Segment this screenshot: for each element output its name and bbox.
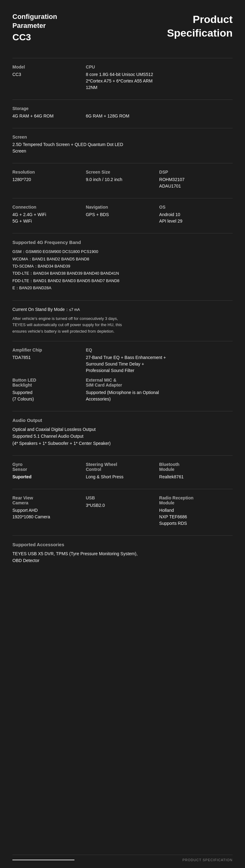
divider-5 [12,198,233,198]
steering-value: Long & Short Press [86,474,159,480]
os-value: Android 10 API level 29 [159,211,233,224]
gyro-label: Gyro Sensor [12,462,86,472]
divider-1 [12,58,233,58]
connection-value: 4G + 2.4G + WiFi 5G + WiFi [12,211,86,224]
frequency-list-item: WCDMA：BAND1 BAND2 BAND5 BAND8 [12,255,233,262]
ext-mic-value: Supported (Microphone is an Optional Acc… [86,390,233,402]
steering-col: Steering Wheel Control Long & Short Pres… [86,462,159,480]
divider-9 [12,411,233,411]
screen-section: Screen 2.5D Tempered Touch Screen + QLED… [12,134,233,154]
storage-option1: 4G RAM + 64G ROM [12,113,86,119]
standby-label: Current On Stand By Mode： [12,307,69,312]
model-name: CC3 [12,32,57,42]
frequency-list-item: E：BAN20 BAND28A [12,284,233,291]
cpu-value: 8 core 1.8G 64-bit Unisoc UMS512 2*Corte… [86,71,233,91]
os-label: OS [159,205,233,210]
frequency-list-item: TDD-LTE：BAND34 BAND38 BAND39 BAND40 BAND… [12,270,233,277]
divider-7 [12,300,233,301]
storage-option1-col: 4G RAM + 64G ROM [12,113,86,119]
screen-label: Screen [12,134,233,140]
resolution-value: 1280*720 [12,176,86,183]
resolution-col: Resolution 1280*720 [12,169,86,189]
standby-value: Current On Stand By Mode：≤7 mA [12,307,233,312]
amp-col: Amplifier Chip TDA7851 [12,347,86,374]
bt-value: Realtek8761 [159,474,233,480]
standby-ma: ≤7 mA [69,308,80,312]
storage-label: Storage [12,106,233,111]
button-led-row: Button LED Backlight Supported (7 Colour… [12,378,233,402]
screen-size-col: Screen Size 9.0 inch / 10.2 inch [86,169,159,189]
page-container: Configuration Parameter CC3 Product Spec… [0,0,245,868]
eq-label: EQ [86,347,233,352]
button-led-label: Button LED Backlight [12,378,86,388]
frequency-list-item: FDD-LTE：BAND1 BAND2 BAND3 BAND5 BAND7 BA… [12,277,233,284]
rear-camera-col: Rear View Camera Support AHD 1920*1080 C… [12,495,86,527]
storage-section: Storage 4G RAM + 64G ROM 6G RAM + 128G R… [12,106,233,119]
frequency-heading: Supported 4G Frequency Band [12,240,233,245]
divider-2 [12,99,233,100]
model-label: Model [12,64,86,69]
amp-value: TDA7851 [12,354,86,361]
audio-value: Optical and Coaxial Digital Lossless Out… [12,426,233,447]
frequency-list-item: TD-SCDMA：BAND34 BAND39 [12,262,233,270]
connection-section: Connection 4G + 2.4G + WiFi 5G + WiFi Na… [12,205,233,224]
header-right: Product Specification [167,12,233,40]
footer: PRODUCT SPECIFICATION [12,855,233,862]
usb-label: USB [86,495,159,500]
dsp-value: ROHM32107 ADAU1701 [159,176,233,189]
footer-text: PRODUCT SPECIFICATION [182,858,233,862]
dsp-label: DSP [159,169,233,175]
amp-eq-row: Amplifier Chip TDA7851 EQ 27-Band True E… [12,347,233,374]
divider-3 [12,128,233,128]
screen-value: 2.5D Tempered Touch Screen + QLED Quantu… [12,142,233,154]
button-led-col: Button LED Backlight Supported (7 Colour… [12,378,86,402]
divider-12 [12,535,233,536]
camera-usb-radio-section: Rear View Camera Support AHD 1920*1080 C… [12,495,233,527]
screen-size-label: Screen Size [86,169,159,175]
header: Configuration Parameter CC3 Product Spec… [12,12,233,42]
amp-label: Amplifier Chip [12,347,86,352]
divider-10 [12,455,233,456]
bt-col: Bluetooth Module Realtek8761 [159,462,233,480]
eq-value: 27-Band True EQ + Bass Enhancement + Sur… [86,354,233,374]
gyro-value: Suported [12,474,86,480]
navigation-label: Navigation [86,205,159,210]
frequency-section: Supported 4G Frequency Band GSM：GSM850 E… [12,240,233,291]
divider-11 [12,489,233,489]
radio-value: Holland NXP TEF6686 Supports RDS [159,507,233,527]
gyro-bt-row: Gyro Sensor Suported Steering Wheel Cont… [12,462,233,480]
frequency-list-item: GSM：GSM850 EGSM900 DCS1800 PCS1900 [12,248,233,255]
standby-section: Current On Stand By Mode：≤7 mA After veh… [12,307,233,335]
header-left: Configuration Parameter CC3 [12,12,57,42]
radio-label: Radio Reception Module [159,495,233,505]
model-cpu-section: Model CC3 CPU 8 core 1.8G 64-bit Unisoc … [12,64,233,91]
model-value: CC3 [12,71,86,78]
radio-col: Radio Reception Module Holland NXP TEF66… [159,495,233,527]
button-led-value: Supported (7 Colours) [12,390,86,402]
navigation-value: GPS + BDS [86,211,159,218]
usb-col: USB 3*USB2.0 [86,495,159,527]
divider-8 [12,341,233,341]
product-spec-title: Product Specification [167,12,233,40]
accessories-section: Supported Accessories TEYES USB X5 DVR, … [12,542,233,564]
standby-note: After vehicle's engine is turned off for… [12,316,233,335]
resolution-label: Resolution [12,169,86,175]
accessories-value: TEYES USB X5 DVR, TPMS (Tyre Pressure Mo… [12,550,233,564]
model-col: Model CC3 [12,64,86,91]
ext-mic-label: External MIC & SIM Card Adapter [86,378,233,388]
storage-row: 4G RAM + 64G ROM 6G RAM + 128G ROM [12,113,233,119]
usb-value: 3*USB2.0 [86,502,159,509]
dsp-col: DSP ROHM32107 ADAU1701 [159,169,233,189]
config-label: Configuration Parameter [12,12,57,30]
eq-col: EQ 27-Band True EQ + Bass Enhancement + … [86,347,233,374]
screen-size-value: 9.0 inch / 10.2 inch [86,176,159,183]
amplifier-section: Amplifier Chip TDA7851 EQ 27-Band True E… [12,347,233,402]
connection-row: Connection 4G + 2.4G + WiFi 5G + WiFi Na… [12,205,233,224]
accessories-heading: Supported Accessories [12,542,233,547]
resolution-row: Resolution 1280*720 Screen Size 9.0 inch… [12,169,233,189]
storage-option2-col: 6G RAM + 128G ROM [86,113,233,119]
footer-line [12,860,74,860]
model-cpu-row: Model CC3 CPU 8 core 1.8G 64-bit Unisoc … [12,64,233,91]
cpu-col: CPU 8 core 1.8G 64-bit Unisoc UMS512 2*C… [86,64,233,91]
gyro-bt-section: Gyro Sensor Suported Steering Wheel Cont… [12,462,233,480]
